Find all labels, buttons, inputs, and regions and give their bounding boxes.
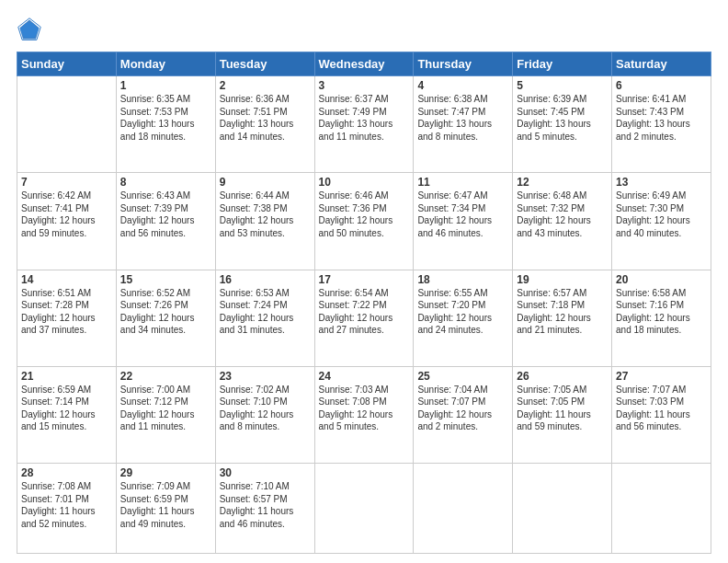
day-info: Sunrise: 7:05 AM Sunset: 7:05 PM Dayligh… bbox=[517, 384, 608, 433]
calendar-cell: 12Sunrise: 6:48 AM Sunset: 7:32 PM Dayli… bbox=[513, 173, 612, 270]
day-info: Sunrise: 6:35 AM Sunset: 7:53 PM Dayligh… bbox=[120, 93, 211, 143]
weekday-header: Thursday bbox=[414, 52, 513, 76]
day-number: 6 bbox=[616, 79, 707, 92]
calendar-week-row: 28Sunrise: 7:08 AM Sunset: 7:01 PM Dayli… bbox=[17, 464, 711, 554]
day-info: Sunrise: 7:02 AM Sunset: 7:10 PM Dayligh… bbox=[220, 384, 311, 433]
day-info: Sunrise: 6:36 AM Sunset: 7:51 PM Dayligh… bbox=[220, 93, 311, 143]
logo bbox=[17, 17, 46, 42]
day-info: Sunrise: 7:03 AM Sunset: 7:08 PM Dayligh… bbox=[319, 384, 410, 433]
day-number: 21 bbox=[21, 370, 112, 383]
day-info: Sunrise: 6:46 AM Sunset: 7:36 PM Dayligh… bbox=[319, 190, 410, 239]
weekday-header: Monday bbox=[116, 52, 215, 76]
day-number: 13 bbox=[616, 176, 707, 189]
day-number: 15 bbox=[120, 273, 211, 286]
day-info: Sunrise: 7:07 AM Sunset: 7:03 PM Dayligh… bbox=[616, 384, 707, 433]
weekday-header: Wednesday bbox=[314, 52, 414, 76]
calendar-cell: 20Sunrise: 6:58 AM Sunset: 7:16 PM Dayli… bbox=[612, 270, 711, 366]
day-info: Sunrise: 6:53 AM Sunset: 7:24 PM Dayligh… bbox=[220, 287, 311, 337]
calendar-cell: 17Sunrise: 6:54 AM Sunset: 7:22 PM Dayli… bbox=[314, 270, 414, 366]
calendar-cell bbox=[612, 464, 711, 554]
day-number: 25 bbox=[417, 370, 508, 383]
day-number: 10 bbox=[319, 176, 410, 189]
day-number: 11 bbox=[417, 176, 508, 189]
day-number: 28 bbox=[21, 466, 112, 479]
day-number: 27 bbox=[616, 370, 707, 383]
day-info: Sunrise: 6:57 AM Sunset: 7:18 PM Dayligh… bbox=[517, 287, 608, 337]
day-info: Sunrise: 7:09 AM Sunset: 6:59 PM Dayligh… bbox=[120, 480, 211, 530]
day-info: Sunrise: 7:00 AM Sunset: 7:12 PM Dayligh… bbox=[120, 384, 211, 433]
day-number: 5 bbox=[517, 79, 608, 92]
calendar-cell: 10Sunrise: 6:46 AM Sunset: 7:36 PM Dayli… bbox=[314, 173, 414, 270]
calendar-cell: 15Sunrise: 6:52 AM Sunset: 7:26 PM Dayli… bbox=[116, 270, 215, 366]
calendar-week-row: 1Sunrise: 6:35 AM Sunset: 7:53 PM Daylig… bbox=[17, 76, 711, 173]
calendar-cell: 26Sunrise: 7:05 AM Sunset: 7:05 PM Dayli… bbox=[513, 366, 612, 463]
day-number: 14 bbox=[21, 273, 112, 286]
weekday-header: Sunday bbox=[17, 52, 117, 76]
calendar-cell: 25Sunrise: 7:04 AM Sunset: 7:07 PM Dayli… bbox=[414, 366, 513, 463]
calendar-week-row: 7Sunrise: 6:42 AM Sunset: 7:41 PM Daylig… bbox=[17, 173, 711, 270]
day-info: Sunrise: 6:43 AM Sunset: 7:39 PM Dayligh… bbox=[120, 190, 211, 239]
day-number: 22 bbox=[120, 370, 211, 383]
calendar-cell: 28Sunrise: 7:08 AM Sunset: 7:01 PM Dayli… bbox=[17, 464, 117, 554]
day-info: Sunrise: 6:55 AM Sunset: 7:20 PM Dayligh… bbox=[417, 287, 508, 337]
calendar-cell: 16Sunrise: 6:53 AM Sunset: 7:24 PM Dayli… bbox=[215, 270, 314, 366]
calendar-cell: 23Sunrise: 7:02 AM Sunset: 7:10 PM Dayli… bbox=[215, 366, 314, 463]
weekday-header: Tuesday bbox=[215, 52, 314, 76]
day-info: Sunrise: 6:38 AM Sunset: 7:47 PM Dayligh… bbox=[417, 93, 508, 143]
calendar-cell: 21Sunrise: 6:59 AM Sunset: 7:14 PM Dayli… bbox=[17, 366, 117, 463]
calendar-week-row: 21Sunrise: 6:59 AM Sunset: 7:14 PM Dayli… bbox=[17, 366, 711, 463]
calendar-cell: 13Sunrise: 6:49 AM Sunset: 7:30 PM Dayli… bbox=[612, 173, 711, 270]
day-info: Sunrise: 7:10 AM Sunset: 6:57 PM Dayligh… bbox=[220, 480, 311, 530]
calendar-cell: 27Sunrise: 7:07 AM Sunset: 7:03 PM Dayli… bbox=[612, 366, 711, 463]
day-number: 24 bbox=[319, 370, 410, 383]
calendar-cell: 5Sunrise: 6:39 AM Sunset: 7:45 PM Daylig… bbox=[513, 76, 612, 173]
day-info: Sunrise: 6:58 AM Sunset: 7:16 PM Dayligh… bbox=[616, 287, 707, 337]
calendar-cell: 14Sunrise: 6:51 AM Sunset: 7:28 PM Dayli… bbox=[17, 270, 117, 366]
day-number: 8 bbox=[120, 176, 211, 189]
calendar-cell: 2Sunrise: 6:36 AM Sunset: 7:51 PM Daylig… bbox=[215, 76, 314, 173]
weekday-header: Saturday bbox=[612, 52, 711, 76]
day-info: Sunrise: 6:54 AM Sunset: 7:22 PM Dayligh… bbox=[319, 287, 410, 337]
page: SundayMondayTuesdayWednesdayThursdayFrid… bbox=[0, 0, 728, 563]
weekday-header: Friday bbox=[513, 52, 612, 76]
day-info: Sunrise: 7:04 AM Sunset: 7:07 PM Dayligh… bbox=[417, 384, 508, 433]
calendar-cell: 30Sunrise: 7:10 AM Sunset: 6:57 PM Dayli… bbox=[215, 464, 314, 554]
day-info: Sunrise: 6:44 AM Sunset: 7:38 PM Dayligh… bbox=[220, 190, 311, 239]
calendar-cell: 9Sunrise: 6:44 AM Sunset: 7:38 PM Daylig… bbox=[215, 173, 314, 270]
day-number: 3 bbox=[319, 79, 410, 92]
day-number: 17 bbox=[319, 273, 410, 286]
day-info: Sunrise: 6:42 AM Sunset: 7:41 PM Dayligh… bbox=[21, 190, 112, 239]
day-number: 16 bbox=[220, 273, 311, 286]
day-info: Sunrise: 6:51 AM Sunset: 7:28 PM Dayligh… bbox=[21, 287, 112, 337]
calendar-cell bbox=[414, 464, 513, 554]
day-number: 26 bbox=[517, 370, 608, 383]
day-number: 18 bbox=[417, 273, 508, 286]
day-number: 20 bbox=[616, 273, 707, 286]
calendar-cell: 7Sunrise: 6:42 AM Sunset: 7:41 PM Daylig… bbox=[17, 173, 117, 270]
calendar-cell: 19Sunrise: 6:57 AM Sunset: 7:18 PM Dayli… bbox=[513, 270, 612, 366]
day-info: Sunrise: 6:41 AM Sunset: 7:43 PM Dayligh… bbox=[616, 93, 707, 143]
calendar-cell: 11Sunrise: 6:47 AM Sunset: 7:34 PM Dayli… bbox=[414, 173, 513, 270]
calendar-cell: 1Sunrise: 6:35 AM Sunset: 7:53 PM Daylig… bbox=[116, 76, 215, 173]
day-info: Sunrise: 6:52 AM Sunset: 7:26 PM Dayligh… bbox=[120, 287, 211, 337]
day-number: 9 bbox=[220, 176, 311, 189]
header bbox=[17, 17, 711, 42]
calendar-cell: 6Sunrise: 6:41 AM Sunset: 7:43 PM Daylig… bbox=[612, 76, 711, 173]
logo-icon bbox=[17, 17, 42, 42]
day-info: Sunrise: 6:39 AM Sunset: 7:45 PM Dayligh… bbox=[517, 93, 608, 143]
calendar-cell bbox=[17, 76, 117, 173]
day-info: Sunrise: 6:59 AM Sunset: 7:14 PM Dayligh… bbox=[21, 384, 112, 433]
calendar-cell: 24Sunrise: 7:03 AM Sunset: 7:08 PM Dayli… bbox=[314, 366, 414, 463]
day-info: Sunrise: 6:48 AM Sunset: 7:32 PM Dayligh… bbox=[517, 190, 608, 239]
day-number: 4 bbox=[417, 79, 508, 92]
day-info: Sunrise: 6:37 AM Sunset: 7:49 PM Dayligh… bbox=[319, 93, 410, 143]
calendar-week-row: 14Sunrise: 6:51 AM Sunset: 7:28 PM Dayli… bbox=[17, 270, 711, 366]
day-number: 7 bbox=[21, 176, 112, 189]
calendar-table: SundayMondayTuesdayWednesdayThursdayFrid… bbox=[17, 52, 711, 554]
calendar-cell: 4Sunrise: 6:38 AM Sunset: 7:47 PM Daylig… bbox=[414, 76, 513, 173]
day-info: Sunrise: 7:08 AM Sunset: 7:01 PM Dayligh… bbox=[21, 480, 112, 530]
calendar-cell: 18Sunrise: 6:55 AM Sunset: 7:20 PM Dayli… bbox=[414, 270, 513, 366]
day-number: 2 bbox=[220, 79, 311, 92]
day-number: 19 bbox=[517, 273, 608, 286]
calendar-cell: 29Sunrise: 7:09 AM Sunset: 6:59 PM Dayli… bbox=[116, 464, 215, 554]
